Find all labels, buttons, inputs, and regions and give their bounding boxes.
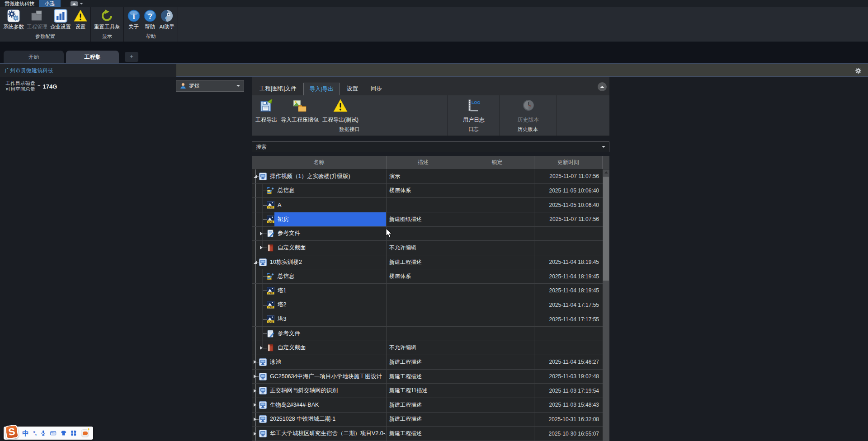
expand-arrow[interactable] [254, 418, 256, 421]
expand-arrow[interactable] [254, 432, 256, 436]
search-input[interactable] [256, 144, 602, 150]
table-row[interactable]: 参考文件 [252, 327, 603, 341]
row-name[interactable]: 正交轴网与斜交轴网的识别 [267, 384, 386, 398]
ime-logo[interactable]: S [5, 424, 19, 440]
table-row[interactable]: 参考文件 [252, 227, 603, 241]
tab-settings[interactable]: 设置 [341, 83, 364, 95]
table-row[interactable]: CAD 裙房新建图纸描述2025-11-07 11:07:56 [252, 212, 603, 227]
tab-start[interactable]: 开始 [4, 51, 64, 63]
collapse-arrow[interactable] [254, 174, 257, 178]
about-button[interactable]: i 关于 [126, 9, 142, 31]
table-row[interactable]: 正交轴网与斜交轴网的识别新建工程11描述2025-11-03 17:19:54 [252, 384, 603, 398]
user-log-button[interactable]: LOG 用户日志 [461, 97, 486, 125]
table-row[interactable]: 泳池新建工程描述2025-11-04 15:46:27 [252, 355, 603, 370]
settings-button[interactable]: 设置 [72, 9, 89, 31]
row-name[interactable]: 塔1 [274, 284, 386, 298]
add-tab-button[interactable]: + [125, 52, 138, 62]
expand-arrow[interactable] [260, 232, 263, 235]
import-project-package-button[interactable]: 导入工程压缩包 [279, 97, 321, 125]
row-update-time [534, 341, 603, 355]
scrollbar-thumb[interactable] [603, 177, 609, 281]
quick-access-toolbar[interactable] [71, 0, 83, 7]
row-lock [460, 427, 534, 441]
row-name[interactable]: 华工大学城校区研究生宿舍（二期）项目V2.0-... [267, 427, 386, 441]
image-icon[interactable] [71, 1, 78, 6]
collapse-panel-button[interactable] [598, 82, 607, 91]
scroll-up-button[interactable] [603, 169, 609, 175]
tab-project-drawing-file[interactable]: 工程|图纸|文件 [254, 83, 302, 95]
menu-item-app[interactable]: 贯微建筑科技 [0, 0, 39, 7]
row-name[interactable]: 20251028 中铁增城二期-1 [267, 413, 386, 427]
row-name[interactable]: 裙房 [274, 212, 386, 226]
ai-assistant-button[interactable]: AI助手 [158, 9, 176, 31]
row-name[interactable]: 操作视频（1）之实验楼(升级版) [267, 169, 386, 183]
row-name[interactable]: 塔2 [274, 298, 386, 312]
disk-info: 工作目录磁盘 可用空间总量 = 174G [5, 80, 57, 92]
table-row[interactable]: 自定义截面不允许编辑 [252, 341, 603, 356]
microphone-icon[interactable] [40, 430, 46, 436]
vertical-scrollbar[interactable] [603, 169, 609, 441]
expand-arrow[interactable] [254, 403, 256, 407]
reset-toolbar-button[interactable]: 重置工具条 [93, 9, 122, 31]
ai-emoji-icon[interactable] [81, 429, 89, 437]
keyboard-icon[interactable] [50, 430, 56, 436]
column-header-name[interactable]: 名称 [252, 156, 387, 169]
table-row[interactable]: 总信息楼层体系2025-11-04 18:19:45 [252, 269, 603, 284]
table-row[interactable]: CAD 塔32025-11-04 17:17:55 [252, 312, 603, 327]
tab-sync[interactable]: 同步 [365, 83, 388, 95]
row-name[interactable]: 自定义截面 [274, 341, 386, 355]
collapse-arrow[interactable] [254, 260, 257, 264]
row-name[interactable]: 生物岛2#3#4#-BAK [267, 398, 386, 412]
table-row[interactable]: 20251028 中铁增城二期-1新建工程描述2025-10-31 16:32:… [252, 413, 603, 427]
expand-arrow[interactable] [254, 375, 256, 378]
tree-root-line [255, 341, 256, 355]
row-name[interactable]: 塔3 [274, 312, 386, 326]
user-dropdown[interactable]: 罗煜 [176, 80, 244, 92]
row-name[interactable]: 参考文件 [274, 327, 386, 341]
row-name[interactable]: 总信息 [274, 269, 386, 283]
toolbox-grid-icon[interactable] [71, 430, 76, 436]
menu-item-xiaoxun[interactable]: 小迅 [39, 0, 61, 7]
table-row[interactable]: 自定义截面不允许编辑 [252, 241, 603, 255]
chinese-mode-icon[interactable]: 中 [22, 430, 29, 436]
tab-import-export[interactable]: 导入|导出 [303, 83, 340, 95]
expand-arrow[interactable] [260, 246, 263, 249]
table-row[interactable]: 总信息楼层体系2025-11-05 10:06:40 [252, 184, 603, 198]
expand-arrow[interactable] [254, 389, 256, 393]
question-circle-icon: ? [143, 9, 157, 23]
expand-arrow[interactable] [254, 360, 256, 364]
skin-icon[interactable] [61, 430, 66, 436]
search-combobox[interactable] [252, 141, 609, 152]
table-row[interactable]: CAD 塔12025-11-04 18:19:45 [252, 284, 603, 298]
column-header-time[interactable]: 更新时间 [534, 156, 603, 169]
system-params-button[interactable]: 系统参数 [2, 9, 25, 31]
table-row[interactable]: 华工大学城校区研究生宿舍（二期）项目V2.0-...新建工程描述2025-10-… [252, 427, 603, 441]
row-name[interactable]: A [274, 198, 386, 212]
table-row[interactable]: 10栋实训楼2新建工程描述2025-11-04 18:19:45 [252, 255, 603, 270]
row-name[interactable]: GC250634中海广一项目小学地块施工图设计 [267, 370, 386, 384]
table-row[interactable]: CAD A2025-11-05 10:06:40 [252, 198, 603, 212]
project-export-test-button[interactable]: 工程导出(测试) [321, 97, 360, 125]
row-name[interactable]: 泳池 [267, 355, 386, 369]
row-name[interactable]: 总信息 [274, 184, 386, 198]
tab-project-set[interactable]: 工程集 [66, 51, 119, 63]
punctuation-icon[interactable]: °, [33, 430, 36, 436]
enterprise-settings-button[interactable]: 企业设置 [49, 9, 72, 31]
column-header-desc[interactable]: 描述 [387, 156, 460, 169]
chevron-down-icon[interactable] [602, 146, 605, 148]
project-export-button[interactable]: 工程导出 [254, 97, 279, 125]
table-row[interactable]: GC250634中海广一项目小学地块施工图设计新建工程描述2025-11-03 … [252, 370, 603, 384]
table-row[interactable]: 生物岛2#3#4#-BAK新建工程描述2025-11-03 15:48:43 [252, 398, 603, 413]
table-row[interactable]: 操作视频（1）之实验楼(升级版)演示2025-11-07 11:07:56 [252, 169, 603, 184]
row-name[interactable]: 参考文件 [274, 227, 386, 241]
table-row[interactable]: CAD 塔22025-11-04 17:17:55 [252, 298, 603, 313]
column-header-lock[interactable]: 锁定 [460, 156, 534, 169]
row-name[interactable]: 10栋实训楼2 [267, 255, 386, 269]
gear-icon[interactable] [855, 67, 862, 74]
expand-arrow[interactable] [260, 346, 263, 350]
help-button[interactable]: ? 帮助 [142, 9, 158, 31]
name-cell: 自定义截面 [252, 341, 387, 355]
chevron-down-icon[interactable] [80, 3, 83, 5]
row-name[interactable]: 自定义截面 [274, 241, 386, 255]
ime-toolbar[interactable]: S 中 °, [4, 427, 93, 440]
